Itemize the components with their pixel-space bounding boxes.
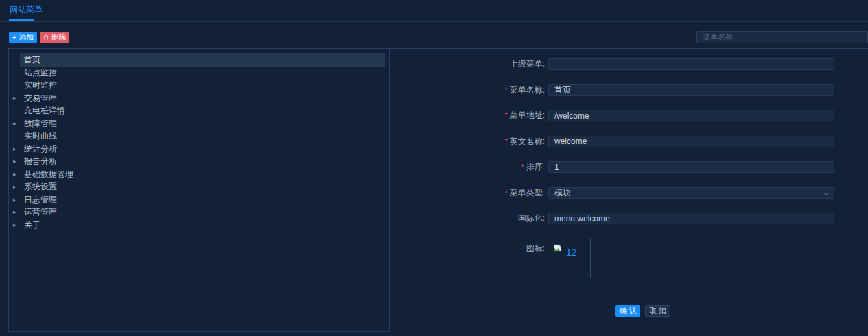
tree-item[interactable]: ▸故障管理 xyxy=(20,117,385,130)
broken-image-icon xyxy=(554,242,561,254)
form-row: *菜单地址: xyxy=(390,110,868,121)
form-field-label-text: 国际化: xyxy=(518,213,545,223)
form-text-input[interactable] xyxy=(548,58,834,70)
form-row: *排序: xyxy=(390,161,868,173)
tree-item-label: 站点监控 xyxy=(24,68,57,77)
tab-active-underline xyxy=(9,19,34,21)
form-field-label-text: 英文名称: xyxy=(510,136,545,146)
form-field-label-text: 菜单地址: xyxy=(510,110,545,120)
delete-button-label: 删除 xyxy=(51,32,67,43)
required-asterisk: * xyxy=(521,163,524,171)
form-row: *菜单类型:模块 xyxy=(390,187,868,199)
expand-arrow-icon[interactable]: ▸ xyxy=(13,143,20,156)
chevron-down-icon xyxy=(823,190,830,200)
form-field-label: *菜单地址: xyxy=(418,110,545,121)
form-field-label-text: 菜单名称: xyxy=(510,85,545,95)
form-row: 上级菜单: xyxy=(390,58,868,70)
menu-tree-panel: 首页站点监控实时监控▸交易管理充电桩详情▸故障管理实时曲线▸统计分析▸报告分析▸… xyxy=(8,48,390,332)
form-row: *英文名称: xyxy=(390,136,868,147)
tree-item[interactable]: ▸交易管理 xyxy=(20,92,385,105)
tree-item[interactable]: ▸系统设置 xyxy=(20,180,385,193)
required-asterisk: * xyxy=(504,111,507,119)
tree-item-label: 系统设置 xyxy=(24,182,57,191)
tree-item[interactable]: ▸统计分析 xyxy=(20,143,385,156)
tree-item-label: 报告分析 xyxy=(24,156,57,166)
plus-icon: + xyxy=(12,32,16,43)
expand-arrow-icon[interactable]: ▸ xyxy=(13,193,20,206)
website-menu-page: 网站菜单 + 添加 删除 首页站点监控实时监控▸交易管理充电桩详情▸故障管理实时… xyxy=(0,0,868,336)
delete-button[interactable]: 删除 xyxy=(40,32,69,43)
expand-arrow-icon[interactable]: ▸ xyxy=(13,168,20,181)
menu-type-select[interactable]: 模块 xyxy=(548,187,834,199)
icon-field-label: 图标: xyxy=(418,243,545,254)
expand-arrow-icon[interactable]: ▸ xyxy=(13,92,20,105)
form-text-input[interactable] xyxy=(548,110,834,121)
expand-arrow-icon[interactable]: ▸ xyxy=(13,206,20,219)
menu-name-search-input[interactable] xyxy=(696,31,868,43)
form-field-label: *菜单名称: xyxy=(418,84,545,96)
tree-item-label: 交易管理 xyxy=(24,93,57,103)
menu-edit-form-panel: 上级菜单:*菜单名称:*菜单地址:*英文名称:*排序:*菜单类型:模块国际化: … xyxy=(390,48,868,336)
tab-bar: 网站菜单 xyxy=(0,0,868,22)
form-field-label-text: 上级菜单: xyxy=(510,59,545,69)
menu-tree: 首页站点监控实时监控▸交易管理充电桩详情▸故障管理实时曲线▸统计分析▸报告分析▸… xyxy=(9,49,389,231)
tree-item[interactable]: ▸日志管理 xyxy=(20,193,385,206)
icon-upload-box[interactable]: 12 xyxy=(550,239,591,278)
icon-alt-text[interactable]: 12 xyxy=(566,247,577,258)
tree-item[interactable]: ▸报告分析 xyxy=(20,155,385,168)
required-asterisk: * xyxy=(504,86,507,94)
tab-website-menu[interactable]: 网站菜单 xyxy=(10,4,43,16)
tree-item-label: 日志管理 xyxy=(24,195,57,204)
tree-item[interactable]: 站点监控 xyxy=(20,67,385,80)
form-field-label: *菜单类型: xyxy=(418,187,545,199)
form-text-input[interactable] xyxy=(548,136,834,147)
tree-item-label: 运营管理 xyxy=(24,207,57,217)
tree-item[interactable]: 首页 xyxy=(20,53,385,67)
tree-item-label: 实时曲线 xyxy=(24,131,57,141)
form-text-input[interactable] xyxy=(548,84,834,96)
tree-item[interactable]: ▸关于 xyxy=(20,219,385,232)
form-field-label: 上级菜单: xyxy=(418,58,545,70)
required-asterisk: * xyxy=(504,137,507,145)
trash-icon xyxy=(43,34,49,41)
form-text-input[interactable] xyxy=(548,161,834,173)
expand-arrow-icon[interactable]: ▸ xyxy=(13,155,20,168)
expand-arrow-icon[interactable]: ▸ xyxy=(13,117,20,130)
tree-item[interactable]: 实时曲线 xyxy=(20,130,385,143)
cancel-button[interactable]: 取 消 xyxy=(645,305,670,317)
form-field-label-text: 排序: xyxy=(526,162,545,171)
add-button[interactable]: + 添加 xyxy=(9,32,37,43)
form-field-label: *排序: xyxy=(418,161,545,173)
tree-item-label: 统计分析 xyxy=(24,144,57,154)
tree-item-label: 关于 xyxy=(24,220,40,230)
tree-item-label: 首页 xyxy=(24,55,40,64)
tree-item-label: 实时监控 xyxy=(24,80,57,90)
form-row: 国际化: xyxy=(390,213,868,224)
confirm-button[interactable]: 确 认 xyxy=(615,305,640,317)
required-asterisk: * xyxy=(504,189,507,197)
tree-item[interactable]: ▸基础数据管理 xyxy=(20,168,385,181)
form-field-label-text: 菜单类型: xyxy=(510,188,545,197)
select-value: 模块 xyxy=(554,188,571,197)
tree-item-label: 基础数据管理 xyxy=(24,169,73,179)
form-field-label: 国际化: xyxy=(418,213,545,224)
form-field-label: *英文名称: xyxy=(418,136,545,147)
form-row: *菜单名称: xyxy=(390,84,868,96)
tree-item[interactable]: ▸运营管理 xyxy=(20,206,385,219)
expand-arrow-icon[interactable]: ▸ xyxy=(13,219,20,232)
tree-item-label: 故障管理 xyxy=(24,119,57,128)
tree-item[interactable]: 实时监控 xyxy=(20,79,385,92)
tree-item[interactable]: 充电桩详情 xyxy=(20,104,385,117)
add-button-label: 添加 xyxy=(19,32,34,43)
form-text-input[interactable] xyxy=(548,213,834,224)
expand-arrow-icon[interactable]: ▸ xyxy=(13,180,20,193)
tree-item-label: 充电桩详情 xyxy=(24,106,65,115)
